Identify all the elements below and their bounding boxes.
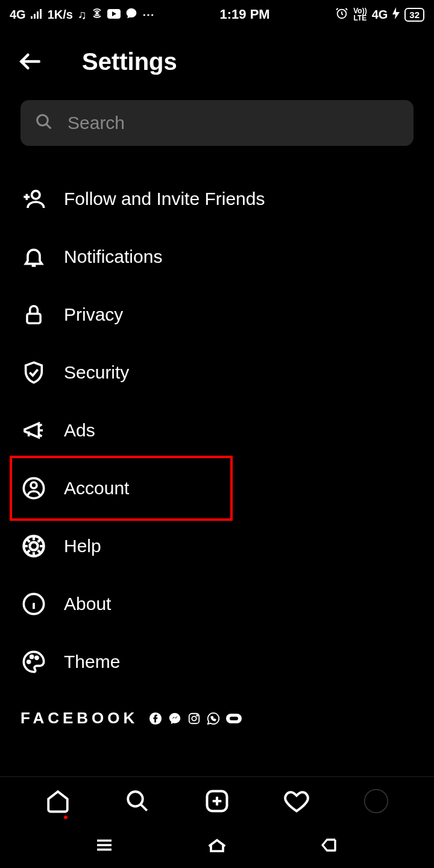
- menu-label: About: [64, 594, 111, 614]
- svg-rect-3: [40, 9, 42, 19]
- messenger-icon: [168, 712, 181, 725]
- svg-rect-0: [31, 16, 33, 19]
- volte-label: Vo))LTE: [353, 7, 366, 22]
- menu-label: Account: [64, 478, 129, 498]
- svg-rect-2: [37, 11, 39, 19]
- search-input[interactable]: [68, 113, 399, 133]
- menu-label: Theme: [64, 652, 120, 672]
- menu-item-privacy[interactable]: Privacy: [20, 286, 414, 344]
- data-label: 4G: [372, 8, 388, 22]
- status-right: Vo))LTE 4G 32: [335, 7, 424, 23]
- svg-point-20: [192, 716, 197, 720]
- svg-point-8: [32, 191, 40, 199]
- megaphone-icon: [20, 417, 47, 444]
- menu-list: Follow and Invite Friends Notifications …: [0, 170, 434, 691]
- menu-item-help[interactable]: Help: [20, 517, 414, 575]
- info-icon: [20, 591, 47, 617]
- svg-point-26: [365, 789, 388, 813]
- battery-indicator: 32: [404, 8, 424, 22]
- sys-back[interactable]: [319, 834, 341, 858]
- svg-rect-1: [34, 14, 36, 19]
- menu-item-security[interactable]: Security: [20, 344, 414, 401]
- svg-point-16: [31, 656, 33, 658]
- status-left: 4G 1K/s ♫ ⋯: [10, 7, 154, 22]
- svg-point-24: [128, 791, 143, 807]
- nav-profile[interactable]: [362, 787, 391, 816]
- nav-activity[interactable]: [282, 787, 311, 816]
- facebook-brand: FACEBOOK: [20, 709, 138, 728]
- search-icon: [35, 113, 53, 133]
- menu-label: Security: [64, 362, 129, 383]
- menu-item-notifications[interactable]: Notifications: [20, 228, 414, 286]
- whatsapp-icon: [207, 712, 220, 725]
- menu-label: Privacy: [64, 304, 123, 325]
- menu-label: Help: [64, 536, 101, 556]
- help-icon: [20, 533, 47, 559]
- speed-label: 1K/s: [48, 8, 73, 22]
- sys-recents[interactable]: [93, 834, 115, 858]
- svg-point-15: [28, 661, 30, 663]
- music-icon: ♫: [78, 8, 87, 22]
- menu-label: Notifications: [64, 247, 162, 267]
- svg-point-17: [36, 656, 38, 659]
- bell-icon: [20, 244, 47, 270]
- search-container[interactable]: [20, 100, 414, 146]
- signal-icon: [31, 8, 43, 22]
- svg-point-21: [197, 715, 198, 716]
- lock-icon: [20, 301, 47, 328]
- facebook-section: FACEBOOK: [0, 691, 434, 728]
- status-time: 1:19 PM: [219, 7, 269, 22]
- svg-point-13: [30, 542, 37, 550]
- instagram-icon: [187, 712, 201, 725]
- header: Settings: [0, 29, 434, 100]
- page-title: Settings: [82, 48, 177, 75]
- network-label: 4G: [10, 8, 26, 22]
- menu-item-follow-invite[interactable]: Follow and Invite Friends: [20, 170, 414, 228]
- youtube-icon: [107, 8, 121, 22]
- svg-rect-9: [27, 313, 40, 323]
- notification-dot: [64, 816, 68, 819]
- facebook-icon: [149, 712, 162, 725]
- system-nav: [0, 825, 434, 868]
- alarm-icon: [335, 7, 348, 23]
- svg-rect-23: [230, 717, 238, 720]
- oculus-icon: [226, 714, 242, 723]
- nav-home[interactable]: [43, 787, 72, 816]
- charging-icon: [392, 7, 400, 22]
- menu-item-ads[interactable]: Ads: [20, 401, 414, 459]
- sys-home[interactable]: [205, 833, 229, 860]
- shield-icon: [20, 359, 47, 386]
- nav-search[interactable]: [123, 787, 152, 816]
- svg-point-11: [31, 482, 37, 488]
- nav-create[interactable]: [203, 787, 231, 816]
- back-button[interactable]: [17, 47, 46, 76]
- chat-icon: [125, 7, 137, 22]
- menu-item-theme[interactable]: Theme: [20, 633, 414, 691]
- bottom-nav: [0, 776, 434, 825]
- status-bar: 4G 1K/s ♫ ⋯ 1:19 PM Vo))LTE 4G 32: [0, 0, 434, 29]
- hotspot-icon: [92, 8, 102, 22]
- svg-point-7: [37, 115, 48, 126]
- menu-label: Ads: [64, 420, 95, 441]
- person-add-icon: [20, 186, 47, 212]
- menu-item-account[interactable]: Account: [20, 459, 414, 517]
- svg-point-4: [96, 12, 98, 14]
- more-icon: ⋯: [142, 7, 154, 22]
- brand-icons: [149, 712, 242, 725]
- account-icon: [20, 475, 47, 502]
- menu-label: Follow and Invite Friends: [64, 189, 265, 209]
- menu-item-about[interactable]: About: [20, 575, 414, 633]
- palette-icon: [20, 649, 47, 675]
